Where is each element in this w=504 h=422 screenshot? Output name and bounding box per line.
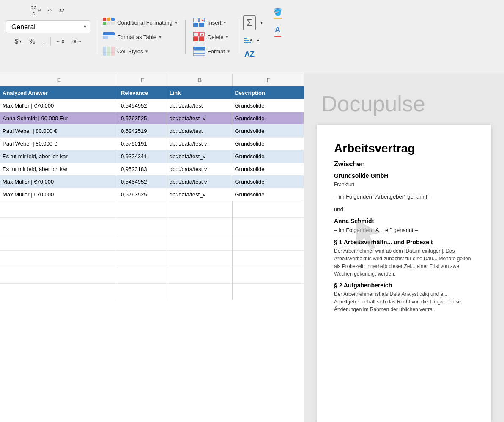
table-row[interactable]: Es tut mir leid, aber ich kar0,9523183dp… — [0, 163, 304, 176]
cell-relevance[interactable]: 0,5242519 — [118, 125, 167, 138]
divider-2 — [185, 20, 186, 54]
table-row[interactable]: Paul Weber | 80.000 €0,5790191dp::./data… — [0, 138, 304, 150]
empty-row[interactable] — [0, 251, 304, 267]
empty-cell[interactable] — [167, 251, 233, 267]
wrap-btn3[interactable]: a↗ — [56, 3, 68, 18]
sort-down-icon — [243, 36, 253, 45]
empty-row[interactable] — [0, 201, 304, 218]
cell-description[interactable]: Grundsolide — [232, 188, 304, 201]
empty-cell[interactable] — [0, 218, 118, 234]
empty-cell[interactable] — [233, 234, 304, 250]
empty-cell[interactable] — [118, 218, 167, 234]
currency-btn[interactable]: $ ▾ — [11, 36, 25, 47]
empty-cell[interactable] — [0, 251, 118, 267]
cell-relevance[interactable]: 0,5763525 — [118, 112, 167, 125]
empty-cell[interactable] — [233, 218, 304, 234]
format-as-table-btn[interactable]: Format as Table ▾ — [100, 31, 180, 43]
empty-row[interactable] — [0, 234, 304, 251]
cell-description[interactable]: Grundsolide — [232, 150, 304, 163]
empty-cell[interactable] — [233, 284, 304, 300]
empty-cell[interactable] — [118, 201, 167, 217]
col-header-f2: F — [233, 74, 304, 86]
cell-relevance[interactable]: 0,5790191 — [118, 138, 167, 150]
empty-row[interactable] — [0, 267, 304, 284]
sort-btn[interactable]: ▾ — [254, 36, 262, 44]
empty-cell[interactable] — [167, 218, 233, 234]
format-select-wrapper[interactable]: GeneralGeneralNumberCurrencyAccountingDa… — [6, 20, 90, 33]
empty-cell[interactable] — [0, 201, 118, 217]
empty-cell[interactable] — [167, 234, 233, 250]
comma-btn[interactable]: , — [40, 36, 48, 47]
format-select[interactable]: GeneralGeneralNumberCurrencyAccountingDa… — [6, 20, 90, 33]
empty-cell[interactable] — [167, 284, 233, 300]
empty-row[interactable] — [0, 284, 304, 300]
empty-cell[interactable] — [233, 201, 304, 217]
cell-styles-btn[interactable]: Cell Styles ▾ — [100, 45, 180, 57]
svg-rect-27 — [244, 38, 247, 39]
format-btn[interactable]: Format ▾ — [191, 45, 233, 57]
cell-relevance[interactable]: 0,5454952 — [118, 99, 167, 112]
svg-rect-24 — [193, 47, 205, 50]
sigma-arrow-btn[interactable]: ▾ — [257, 19, 266, 27]
cell-description[interactable]: Grundsolide — [232, 125, 304, 138]
cell-link[interactable]: dp:/data/test_v — [167, 112, 232, 125]
empty-cell[interactable] — [118, 267, 167, 283]
empty-cell[interactable] — [167, 201, 233, 217]
sigma-btn[interactable]: Σ — [243, 15, 256, 30]
font-color-btn[interactable]: A — [271, 24, 284, 39]
cell-answer[interactable]: Max Müller | €70.000 — [0, 99, 118, 112]
cell-link[interactable]: dp::./data/test_ — [167, 125, 232, 138]
cell-answer[interactable]: Paul Weber | 80.000 € — [0, 138, 118, 150]
empty-cell[interactable] — [118, 251, 167, 267]
cell-relevance[interactable]: 0,5763525 — [118, 188, 167, 201]
cell-relevance[interactable]: 0,9523183 — [118, 163, 167, 176]
cell-link[interactable]: dp::./data/test v — [167, 176, 232, 188]
cell-description[interactable]: Grundsolide — [232, 138, 304, 150]
cell-link[interactable]: dp::./data/test v — [167, 163, 232, 176]
cell-answer[interactable]: Max Müller | €70.000 — [0, 176, 118, 188]
table-row[interactable]: Anna Schmidt | 90.000 Eur0,5763525dp:/da… — [0, 112, 304, 125]
empty-cell[interactable] — [167, 267, 233, 283]
empty-cell[interactable] — [0, 234, 118, 250]
document-paper: Arbeitsvertrag Zwischen Grundsolide GmbH… — [317, 125, 491, 422]
decrease-decimal-btn[interactable]: ←.0 — [53, 38, 67, 45]
empty-row[interactable] — [0, 218, 304, 234]
insert-btn[interactable]: + Insert ▾ — [191, 17, 233, 28]
table-row[interactable]: Es tut mir leid, aber ich kar0,9324341dp… — [0, 150, 304, 163]
cell-link[interactable]: dp::./data/test — [167, 99, 232, 112]
cell-answer[interactable]: Anna Schmidt | 90.000 Eur — [0, 112, 118, 125]
cell-description[interactable]: Grundsolide — [232, 176, 304, 188]
table-row[interactable]: Max Müller | €70.0000,5454952dp::./data/… — [0, 99, 304, 112]
cell-answer[interactable]: Es tut mir leid, aber ich kar — [0, 163, 118, 176]
increase-decimal-btn[interactable]: .00→ — [68, 38, 85, 45]
empty-cell[interactable] — [233, 267, 304, 283]
az-sort-label[interactable]: AZ — [243, 49, 256, 60]
table-row[interactable]: Max Müller | €70.0000,5763525dp:/data/te… — [0, 188, 304, 201]
cell-answer[interactable]: Max Müller | €70.000 — [0, 188, 118, 201]
cell-relevance[interactable]: 0,5454952 — [118, 176, 167, 188]
empty-cell[interactable] — [118, 234, 167, 250]
cell-link[interactable]: dp::./data/test v — [167, 138, 232, 150]
cell-link[interactable]: dp:/data/test_v — [167, 188, 232, 201]
th-relevance: Relevance — [118, 86, 167, 99]
empty-cell[interactable] — [233, 251, 304, 267]
empty-cell[interactable] — [0, 267, 118, 283]
empty-cell[interactable] — [0, 284, 118, 300]
cell-answer[interactable]: Paul Weber | 80.000 € — [0, 125, 118, 138]
svg-rect-3 — [103, 22, 106, 25]
cell-description[interactable]: Grundsolide — [232, 99, 304, 112]
cell-link[interactable]: dp:/data/test_v — [167, 150, 232, 163]
percent-btn[interactable]: % — [26, 36, 38, 47]
empty-cell[interactable] — [118, 284, 167, 300]
wrap-btn2[interactable]: ⇔ — [45, 3, 55, 18]
paint-bucket-btn[interactable]: 🪣 — [271, 7, 284, 20]
table-row[interactable]: Paul Weber | 80.000 €0,5242519dp::./data… — [0, 125, 304, 138]
cell-description[interactable]: Grundsolide — [232, 112, 304, 125]
delete-btn[interactable]: × Delete ▾ — [191, 31, 233, 43]
abc-wrap-btn[interactable]: abc ↵ — [29, 3, 43, 18]
cell-description[interactable]: Grundsolide — [232, 163, 304, 176]
table-row[interactable]: Max Müller | €70.0000,5454952dp::./data/… — [0, 176, 304, 188]
cell-relevance[interactable]: 0,9324341 — [118, 150, 167, 163]
cell-answer[interactable]: Es tut mir leid, aber ich kar — [0, 150, 118, 163]
conditional-formatting-btn[interactable]: Conditional Formatting ▾ — [100, 17, 180, 28]
